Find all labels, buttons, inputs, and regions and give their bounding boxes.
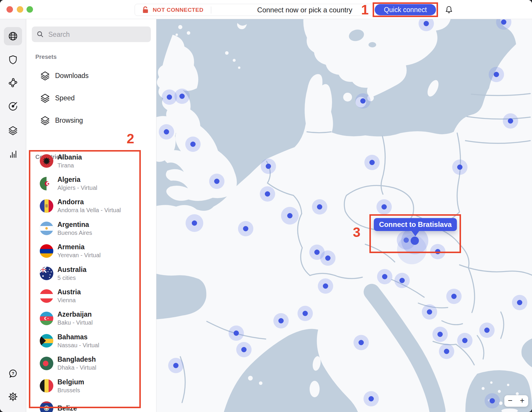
server-location-dot[interactable] (457, 333, 472, 348)
globe-icon (8, 31, 18, 41)
presets-section-label: Presets (35, 54, 57, 60)
server-location-dot[interactable] (479, 323, 495, 338)
country-list-item[interactable]: Belgium Brussels (26, 375, 156, 397)
server-location-dot[interactable] (186, 214, 203, 232)
server-location-dot[interactable] (503, 113, 518, 129)
country-list-item[interactable]: Bangladesh Dhaka - Virtual (26, 352, 156, 375)
server-location-dot[interactable] (168, 358, 184, 373)
server-location-dot[interactable] (229, 325, 244, 341)
country-name: Bangladesh (57, 355, 96, 363)
server-location-dot[interactable] (174, 89, 190, 104)
server-location-dot[interactable] (446, 289, 462, 304)
preset-label: Downloads (55, 72, 89, 80)
svg-text:?: ? (11, 371, 14, 376)
country-location: 5 cities (57, 275, 86, 281)
server-location-dot[interactable] (159, 124, 174, 139)
country-list-item[interactable]: Albania Tirana (26, 150, 156, 172)
status-text: NOT CONNECTED (153, 7, 203, 13)
server-location-dot[interactable] (261, 159, 276, 174)
server-location-dot[interactable] (260, 186, 275, 202)
search-box (32, 26, 151, 42)
country-name: Andorra (57, 198, 121, 206)
country-name: Azerbaijan (57, 310, 93, 318)
search-input[interactable] (48, 26, 146, 43)
country-flag-icon (40, 177, 53, 190)
sidebar-item-threat-protection[interactable] (4, 51, 22, 69)
server-location-dot[interactable] (432, 327, 448, 342)
country-flag-icon (40, 289, 53, 303)
server-location-dot[interactable] (318, 278, 333, 294)
server-location-dot[interactable] (355, 93, 371, 109)
server-location-dot[interactable] (439, 344, 454, 359)
country-list-item[interactable]: Andorra Andorra la Vella - Virtual (26, 195, 156, 217)
server-location-dot[interactable] (376, 199, 392, 215)
close-window-button[interactable] (6, 6, 13, 13)
preset-label: Browsing (55, 117, 83, 124)
country-flag-icon (40, 244, 53, 258)
zoom-out-button[interactable]: − (504, 395, 516, 407)
layers-icon (8, 125, 18, 136)
server-location-dot[interactable] (489, 67, 504, 82)
sidebar-item-settings[interactable] (4, 388, 22, 406)
map-zoom-controls: − + (504, 395, 528, 407)
server-location-dot[interactable] (353, 335, 369, 350)
server-location-dot[interactable] (452, 160, 467, 175)
server-location-dot[interactable] (485, 393, 500, 408)
server-location-dot[interactable] (377, 269, 392, 284)
connect-tooltip[interactable]: Connect to Bratislava (374, 218, 457, 231)
europe-map (156, 19, 532, 412)
stats-bars-icon (8, 149, 18, 159)
country-list-item[interactable]: Argentina Buenos Aires (26, 217, 156, 240)
fullscreen-window-button[interactable] (27, 6, 33, 13)
zoom-in-button[interactable]: + (516, 395, 528, 407)
quick-connect-button[interactable]: Quick connect (375, 4, 436, 15)
country-location: Algiers - Virtual (57, 185, 97, 191)
preset-item-downloads[interactable]: Downloads (26, 65, 156, 86)
country-name: Austria (57, 288, 81, 296)
server-location-dot[interactable] (273, 313, 289, 328)
country-list-item[interactable]: Belize (26, 397, 156, 412)
country-list-item[interactable]: Australia 5 cities (26, 262, 156, 285)
server-location-dot[interactable] (364, 155, 380, 170)
server-location-dot[interactable] (185, 137, 201, 152)
preset-item-browsing[interactable]: Browsing (26, 110, 156, 131)
server-location-dot[interactable] (312, 199, 327, 215)
server-location-dot[interactable] (320, 250, 336, 266)
country-list: Albania Tirana Algeria Algiers - Virtual… (26, 150, 156, 412)
server-location-dot[interactable] (236, 342, 252, 357)
sidebar-item-statistics[interactable] (4, 145, 22, 163)
server-location-dot[interactable] (422, 304, 437, 320)
sidebar-item-meshnet[interactable] (4, 74, 22, 92)
shield-icon (8, 54, 18, 65)
country-list-item[interactable]: Algeria Algiers - Virtual (26, 172, 156, 195)
country-list-item[interactable]: Azerbaijan Baku - Virtual (26, 307, 156, 330)
server-location-dot[interactable] (298, 306, 313, 321)
server-location-dot[interactable] (209, 174, 224, 189)
bell-icon[interactable] (445, 5, 453, 14)
minimize-window-button[interactable] (17, 6, 23, 13)
server-location-dot[interactable] (364, 391, 379, 406)
sidebar-item-presets[interactable] (4, 121, 22, 139)
country-name: Belize (57, 404, 77, 412)
server-location-dot[interactable] (512, 295, 527, 310)
country-location: Tirana (57, 162, 82, 169)
country-flag-icon (40, 267, 53, 280)
server-location-dot[interactable] (394, 273, 410, 288)
country-location: Dhaka - Virtual (57, 364, 96, 371)
connection-status: NOT CONNECTED (135, 6, 211, 14)
country-list-item[interactable]: Bahamas Nassau - Virtual (26, 330, 156, 352)
server-location-dot[interactable] (430, 244, 445, 259)
country-name: Bahamas (57, 333, 99, 341)
sidebar-item-help[interactable]: ? (4, 365, 22, 383)
map-area[interactable] (156, 19, 532, 412)
preset-item-speed[interactable]: Speed (26, 88, 156, 108)
open-lock-icon (142, 6, 149, 14)
country-location: Nassau - Virtual (57, 342, 99, 349)
country-list-item[interactable]: Armenia Yerevan - Virtual (26, 240, 156, 262)
server-location-dot[interactable] (281, 207, 299, 225)
sidebar-item-map-globe[interactable] (4, 27, 22, 45)
country-list-item[interactable]: Austria Vienna (26, 285, 156, 307)
country-flag-icon (40, 222, 53, 235)
sidebar-item-speed-test[interactable] (4, 97, 22, 115)
server-location-dot[interactable] (238, 221, 253, 236)
